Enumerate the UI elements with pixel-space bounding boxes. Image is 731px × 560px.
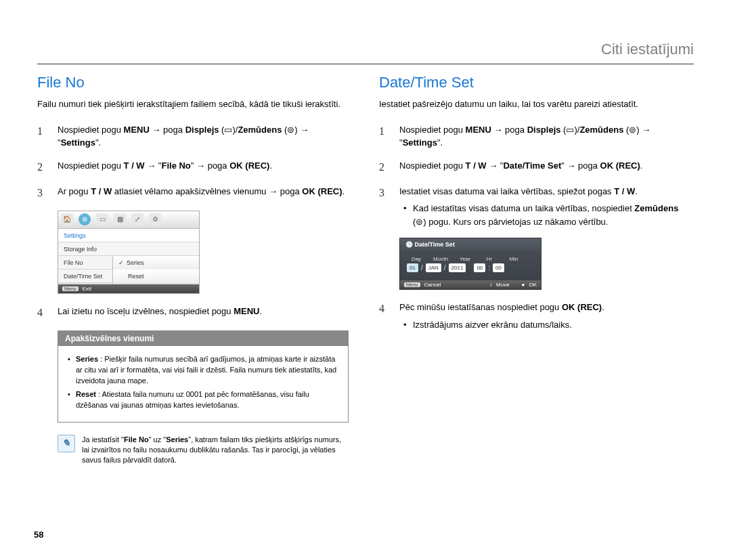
footer-menu-icon: Menu <box>404 282 420 287</box>
intro-datetime: Iestatiet pašreizējo datumu un laiku, la… <box>379 98 694 111</box>
step-2: 2 Nospiediet pogu T / W → "Date/Time Set… <box>379 159 694 175</box>
submenu-items-box: Apakšizvēlnes vienumi • Series : Piešķir… <box>58 330 349 423</box>
tab-icon: ▭ <box>96 213 108 225</box>
clock-icon: 🕒 <box>405 241 413 248</box>
ok-icon: ● <box>522 282 525 288</box>
heading-datetime: Date/Time Set <box>379 74 694 91</box>
footer-menu-icon: Menu <box>62 286 79 291</box>
tab-icon: ⚙ <box>149 213 161 225</box>
val-year: 2011 <box>449 263 466 272</box>
menu-row-fileno: File No <box>58 256 112 270</box>
section-datetime: Date/Time Set Iestatiet pašreizējo datum… <box>379 74 694 466</box>
step-1: 1 Nospiediet pogu MENU → poga Displejs (… <box>37 123 352 150</box>
step-number: 4 <box>37 305 48 321</box>
page-number: 58 <box>34 530 43 540</box>
move-icon: ↕ <box>489 282 492 288</box>
submenu-box-title: Apakšizvēlnes vienumi <box>58 331 348 346</box>
step-4: 4 Pēc minūšu iestatīšanas nospiediet pog… <box>379 301 694 331</box>
footer-exit: Exit <box>83 286 91 292</box>
menu-row-settings: Settings <box>58 229 199 242</box>
menu-row-datetime: Date/Time Set <box>58 270 112 283</box>
ui-screenshot-datetime: 🕒 Date/Time Set Day Month Year Hr Min 01… <box>399 238 541 290</box>
step-number: 2 <box>379 159 390 175</box>
tab-icon-active: ⊚ <box>79 213 91 225</box>
step-1: 1 Nospiediet pogu MENU → poga Displejs (… <box>379 123 694 150</box>
step-3: 3 Iestatiet visas datuma vai laika vērtī… <box>379 185 694 229</box>
tab-icon: ⤢ <box>131 213 143 225</box>
label-month: Month <box>431 256 450 262</box>
val-day: 01 <box>407 263 418 272</box>
step-number: 3 <box>37 185 48 201</box>
ui-screenshot-file-no: 🏠 ⊚ ▭ ▦ ⤢ ⚙ Settings Storage Info File N… <box>58 211 200 294</box>
step-number: 1 <box>37 123 48 150</box>
label-hr: Hr <box>480 256 499 262</box>
intro-file-no: Failu numuri tiek piešķirti ierakstītaji… <box>37 98 352 111</box>
footer-ok: OK <box>529 282 537 288</box>
section-file-no: File No Failu numuri tiek piešķirti iera… <box>37 74 352 466</box>
label-min: Min <box>504 256 523 262</box>
step-number: 2 <box>37 159 48 175</box>
check-icon: ✓ <box>118 256 124 270</box>
val-min: 00 <box>493 263 504 272</box>
tab-icon: ▦ <box>114 213 126 225</box>
page-header: Citi iestatījumi <box>37 41 694 64</box>
step-3: 3 Ar pogu T / W atlasiet vēlamo apakšizv… <box>37 185 352 201</box>
tab-icon: 🏠 <box>61 213 73 225</box>
footer-cancel: Cancel <box>424 282 441 288</box>
footer-move: Move <box>496 282 510 288</box>
note-box: ✎ Ja iestatīsit "File No" uz "Series", k… <box>58 435 342 466</box>
step-number: 1 <box>379 123 390 150</box>
submenu-series: ✓Series <box>113 256 199 270</box>
submenu-reset: Reset <box>113 270 199 283</box>
heading-file-no: File No <box>37 74 352 91</box>
label-year: Year <box>456 256 474 262</box>
val-month: JAN <box>426 263 441 272</box>
note-icon: ✎ <box>58 435 75 452</box>
step-2: 2 Nospiediet pogu T / W → "File No" → po… <box>37 159 352 175</box>
menu-row-storage: Storage Info <box>58 242 199 256</box>
val-hr: 00 <box>474 263 485 272</box>
label-day: Day <box>407 256 426 262</box>
step-number: 4 <box>379 301 390 331</box>
step-4: 4 Lai izietu no īsceļu izvēlnes, nospied… <box>37 305 352 321</box>
step-number: 3 <box>379 185 390 229</box>
